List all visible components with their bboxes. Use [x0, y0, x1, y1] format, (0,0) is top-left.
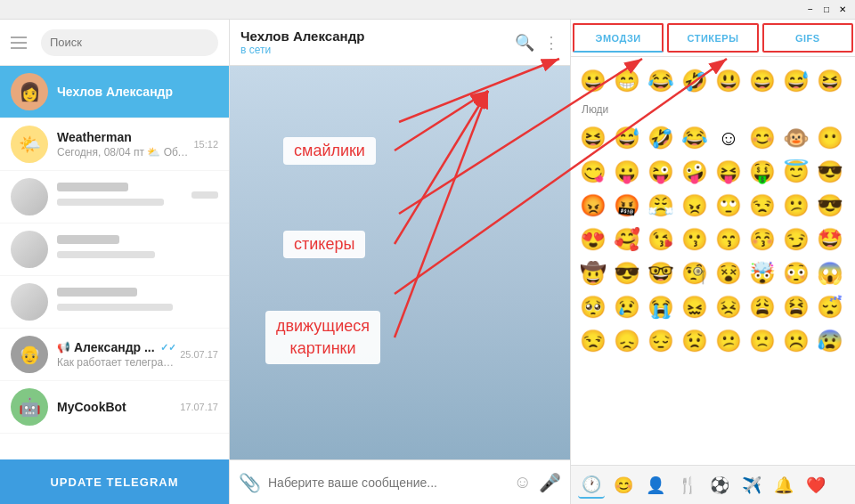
emoji-cell[interactable]: 😠: [678, 189, 712, 223]
more-icon[interactable]: ⋮: [543, 33, 559, 53]
smiley-icon[interactable]: 😊: [610, 472, 637, 499]
emoji-cell[interactable]: 😵: [712, 256, 745, 290]
emoji-cell[interactable]: 😭: [644, 290, 678, 324]
maximize-button[interactable]: □: [819, 3, 834, 17]
emoji-cell[interactable]: 😄: [745, 64, 779, 98]
emoji-cell[interactable]: 🥺: [576, 290, 610, 324]
emoji-cell[interactable]: 🐵: [779, 121, 813, 155]
emoji-cell[interactable]: 😂: [644, 64, 678, 98]
emoji-cell[interactable]: 🤯: [745, 256, 779, 290]
emoji-cell[interactable]: 😱: [813, 256, 847, 290]
update-telegram-button[interactable]: UPDATE TELEGRAM: [0, 459, 229, 504]
emoji-cell[interactable]: 🤠: [576, 256, 610, 290]
emoji-cell[interactable]: 😴: [813, 290, 847, 324]
emoji-cell[interactable]: 😖: [678, 290, 712, 324]
emoji-cell[interactable]: 😍: [576, 223, 610, 256]
list-item[interactable]: 👩 Чехлов Александр: [0, 66, 229, 118]
chat-header-name: Чехлов Александр: [240, 28, 515, 44]
emoji-cell[interactable]: 😆: [813, 64, 847, 98]
emoji-cell[interactable]: 😰: [813, 324, 847, 358]
emoji-cell[interactable]: 🙄: [712, 189, 745, 223]
list-item[interactable]: [0, 276, 229, 329]
emoji-cell[interactable]: 😔: [644, 324, 678, 358]
emoji-cell[interactable]: 😎: [813, 189, 847, 223]
emoji-cell[interactable]: 😫: [779, 290, 813, 324]
emoji-cell[interactable]: 😳: [779, 256, 813, 290]
tab-stickers[interactable]: СТИКЕРЫ: [667, 23, 758, 53]
activity-icon[interactable]: ⚽: [706, 472, 733, 499]
emoji-cell[interactable]: 🤣: [644, 121, 678, 155]
emoji-cell[interactable]: 😶: [813, 121, 847, 155]
svg-line-3: [395, 91, 488, 337]
emoji-cell[interactable]: 😝: [712, 155, 745, 189]
emoji-cell[interactable]: 😞: [610, 324, 644, 358]
emoji-cell[interactable]: 🤪: [678, 155, 712, 189]
travel-icon[interactable]: ✈️: [738, 472, 765, 499]
objects-icon[interactable]: 🔔: [770, 472, 797, 499]
emoji-cell[interactable]: 😛: [610, 155, 644, 189]
emoji-cell[interactable]: 😤: [644, 189, 678, 223]
emoji-cell[interactable]: 🤑: [745, 155, 779, 189]
emoji-cell[interactable]: 😅: [779, 64, 813, 98]
emoji-cell[interactable]: 🥰: [610, 223, 644, 256]
emoji-cell[interactable]: 🤣: [678, 64, 712, 98]
emoji-cell[interactable]: 😕: [779, 189, 813, 223]
emoji-cell[interactable]: 😣: [712, 290, 745, 324]
emoji-cell[interactable]: 🤬: [610, 189, 644, 223]
tab-gifs[interactable]: GIFS: [762, 23, 853, 53]
emoji-cell[interactable]: 😟: [678, 324, 712, 358]
emoji-cell[interactable]: 😎: [813, 155, 847, 189]
search-icon[interactable]: 🔍: [515, 33, 534, 53]
minimize-button[interactable]: −: [803, 3, 818, 17]
menu-icon[interactable]: [11, 32, 32, 53]
emoji-cell[interactable]: 🤓: [644, 256, 678, 290]
emoji-cell[interactable]: 😕: [712, 324, 745, 358]
people-icon[interactable]: 👤: [642, 472, 669, 499]
emoji-cell[interactable]: ☺️: [712, 121, 745, 155]
chat-name: 📢 Александр ... ✓✓: [57, 340, 175, 354]
list-item[interactable]: 👴 📢 Александр ... ✓✓ Как работает телегр…: [0, 329, 229, 381]
attach-icon[interactable]: 📎: [239, 472, 261, 493]
recent-icon[interactable]: 🕐: [578, 472, 605, 499]
food-icon[interactable]: 🍴: [674, 472, 701, 499]
emoji-cell[interactable]: 🧐: [678, 256, 712, 290]
emoji-cell[interactable]: 😘: [644, 223, 678, 256]
emoji-cell[interactable]: 😎: [610, 256, 644, 290]
emoji-cell[interactable]: 😚: [745, 223, 779, 256]
message-input[interactable]: [268, 476, 507, 490]
emoji-cell[interactable]: ☹️: [779, 324, 813, 358]
list-item[interactable]: 🤖 MyCookBot 17.07.17: [0, 381, 229, 434]
emoji-cell[interactable]: 😒: [745, 189, 779, 223]
emoji-cell[interactable]: 😢: [610, 290, 644, 324]
emoji-cell[interactable]: 😆: [576, 121, 610, 155]
emoji-cell[interactable]: 😜: [644, 155, 678, 189]
mic-icon[interactable]: 🎤: [539, 472, 561, 493]
symbols-icon[interactable]: ❤️: [802, 472, 829, 499]
emoji-cell[interactable]: 😏: [779, 223, 813, 256]
tab-emoji[interactable]: ЭМОДЗИ: [573, 23, 664, 53]
emoji-cell[interactable]: 😙: [712, 223, 745, 256]
emoji-cell[interactable]: 😊: [745, 121, 779, 155]
search-box[interactable]: [41, 29, 218, 56]
emoji-cell[interactable]: 😇: [779, 155, 813, 189]
emoji-cell[interactable]: 😂: [678, 121, 712, 155]
emoji-cell[interactable]: 🤩: [813, 223, 847, 256]
emoji-cell[interactable]: 🙁: [745, 324, 779, 358]
emoji-cell[interactable]: 😩: [745, 290, 779, 324]
emoji-cell[interactable]: 😡: [576, 189, 610, 223]
emoji-cell[interactable]: 😋: [576, 155, 610, 189]
emoji-cell[interactable]: 😅: [610, 121, 644, 155]
chat-area: Чехлов Александр в сети 🔍 ⋮ смайлики сти…: [230, 20, 570, 504]
emoji-cell[interactable]: 😃: [712, 64, 745, 98]
list-item[interactable]: [0, 224, 229, 276]
list-item[interactable]: 🌤️ Weatherman Сегодня, 08/04 пт ⛅ Облач.…: [0, 118, 229, 171]
close-button[interactable]: ✕: [835, 3, 850, 17]
emoji-icon[interactable]: ☺: [514, 472, 532, 492]
chat-header-status: в сети: [240, 44, 515, 56]
list-item[interactable]: [0, 171, 229, 224]
search-input[interactable]: [50, 36, 209, 49]
emoji-cell[interactable]: 😗: [678, 223, 712, 256]
emoji-cell[interactable]: 😀: [576, 64, 610, 98]
emoji-cell[interactable]: 😒: [576, 324, 610, 358]
emoji-cell[interactable]: 😁: [610, 64, 644, 98]
